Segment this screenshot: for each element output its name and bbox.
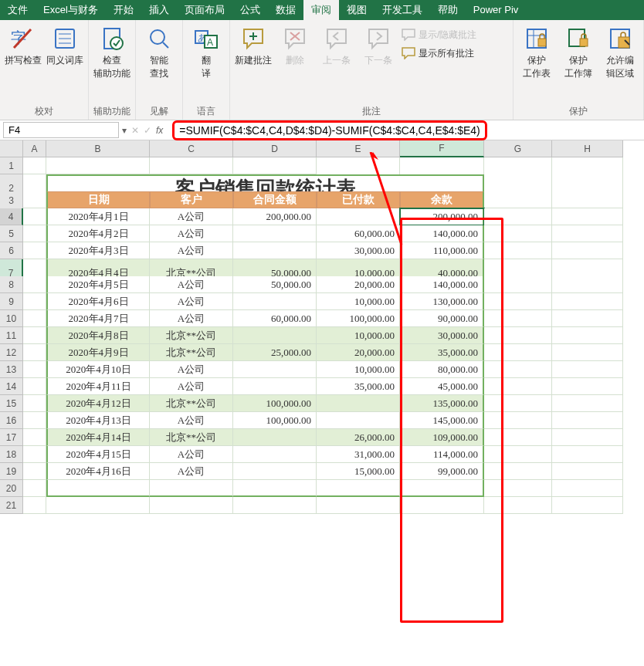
cell[interactable] [552,361,623,378]
show-all-comments-button[interactable]: 显示所有批注 [402,45,476,62]
cell[interactable] [484,225,552,242]
cell-balance-10[interactable]: 90,000.00 [400,310,484,327]
cell-contract-14[interactable] [233,378,317,395]
row-header-16[interactable]: 16 [0,412,23,429]
cell[interactable] [150,497,233,514]
cell[interactable] [552,191,623,208]
show-hide-comments-button[interactable]: 显示/隐藏批注 [402,26,476,43]
cell-balance-11[interactable]: 30,000.00 [400,327,484,344]
new-comment-button[interactable]: 新建批注 [235,26,272,67]
col-header-D[interactable]: D [233,140,317,157]
col-header-E[interactable]: E [317,140,400,157]
cell-client-19[interactable]: A公司 [150,463,233,480]
cell[interactable] [484,344,552,361]
cell-A1[interactable] [23,157,46,174]
cell-balance-19[interactable]: 99,000.00 [400,463,484,480]
row-header-10[interactable]: 10 [0,310,23,327]
cell-balance-15[interactable]: 135,000.00 [400,395,484,412]
tab-数据[interactable]: 数据 [268,0,303,20]
select-all-corner[interactable] [0,140,23,157]
cell[interactable] [552,463,623,480]
col-header-C[interactable]: C [150,140,233,157]
cell-A6[interactable] [23,242,46,259]
cell[interactable] [552,446,623,463]
cell-client-18[interactable]: A公司 [150,446,233,463]
enter-icon[interactable]: ✓ [144,125,151,136]
cell[interactable] [552,327,623,344]
cell-A13[interactable] [23,361,46,378]
cell[interactable] [552,378,623,395]
cell[interactable] [484,378,552,395]
cell-date-13[interactable]: 2020年4月10日 [46,361,150,378]
row-header-1[interactable]: 1 [0,157,23,174]
row-header-4[interactable]: 4 [0,208,23,225]
cell[interactable] [552,429,623,446]
translate-button[interactable]: あA 翻 译 [188,26,225,80]
cell[interactable] [484,412,552,429]
cell-contract-6[interactable] [233,242,317,259]
row-header-17[interactable]: 17 [0,429,23,446]
cell-balance-9[interactable]: 130,000.00 [400,293,484,310]
cell-paid-13[interactable]: 10,000.00 [317,361,400,378]
cell-contract-11[interactable] [233,327,317,344]
cell-balance-12[interactable]: 35,000.00 [400,344,484,361]
tab-Excel与财务[interactable]: Excel与财务 [36,0,106,20]
cell-date-5[interactable]: 2020年4月2日 [46,225,150,242]
cell-client-10[interactable]: A公司 [150,310,233,327]
cell-balance-6[interactable]: 110,000.00 [400,242,484,259]
cell[interactable] [400,497,484,514]
cell-A18[interactable] [23,446,46,463]
cell-paid-11[interactable]: 10,000.00 [317,327,400,344]
col-header-G[interactable]: G [484,140,552,157]
cell-A4[interactable] [23,208,46,225]
cell-A14[interactable] [23,378,46,395]
cell-client-15[interactable]: 北京**公司 [150,395,233,412]
cell-balance-8[interactable]: 140,000.00 [400,276,484,293]
cell-contract-16[interactable]: 100,000.00 [233,412,317,429]
name-box[interactable] [3,122,119,138]
allow-edit-ranges-button[interactable]: 允许编 辑区域 [602,26,639,80]
tab-页面布局[interactable]: 页面布局 [177,0,232,20]
spellcheck-button[interactable]: 字 拼写检查 [5,26,42,67]
cell[interactable] [484,310,552,327]
cell[interactable] [552,395,623,412]
cell-balance-13[interactable]: 80,000.00 [400,361,484,378]
cell-A16[interactable] [23,412,46,429]
cell-paid-5[interactable]: 60,000.00 [317,225,400,242]
cell-paid-10[interactable]: 100,000.00 [317,310,400,327]
cell[interactable] [484,446,552,463]
cell[interactable] [233,497,317,514]
cell-contract-9[interactable] [233,293,317,310]
cell-date-12[interactable]: 2020年4月9日 [46,344,150,361]
col-header-F[interactable]: F [400,140,484,157]
cell-contract-10[interactable]: 60,000.00 [233,310,317,327]
col-header-B[interactable]: B [46,140,150,157]
table-footer-1[interactable] [150,480,233,497]
worksheet[interactable]: ABCDEFGH12客户销售回款统计表3日期客户合同金额已付款余款42020年4… [0,140,644,514]
cell-date-9[interactable]: 2020年4月6日 [46,293,150,310]
cell-client-9[interactable]: A公司 [150,293,233,310]
cell-A8[interactable] [23,276,46,293]
tab-帮助[interactable]: 帮助 [430,0,466,20]
cell-paid-4[interactable] [317,208,400,225]
cell-date-6[interactable]: 2020年4月3日 [46,242,150,259]
protect-sheet-button[interactable]: 保护 工作表 [518,26,555,80]
cell-contract-4[interactable]: 200,000.00 [233,208,317,225]
cell-paid-8[interactable]: 20,000.00 [317,276,400,293]
cell-contract-17[interactable] [233,429,317,446]
row-header-8[interactable]: 8 [0,276,23,293]
tab-开始[interactable]: 开始 [106,0,141,20]
cell-paid-15[interactable] [317,395,400,412]
cell[interactable] [484,497,552,514]
cell-contract-15[interactable]: 100,000.00 [233,395,317,412]
cell-A21[interactable] [23,497,46,514]
cell[interactable] [484,191,552,208]
cell-A20[interactable] [23,480,46,497]
prev-comment-button[interactable]: 上一条 [318,26,355,67]
cell-date-18[interactable]: 2020年4月15日 [46,446,150,463]
cell[interactable] [552,497,623,514]
cell[interactable] [484,395,552,412]
tab-文件[interactable]: 文件 [0,0,36,20]
cell-paid-18[interactable]: 31,000.00 [317,446,400,463]
cell-contract-8[interactable]: 50,000.00 [233,276,317,293]
